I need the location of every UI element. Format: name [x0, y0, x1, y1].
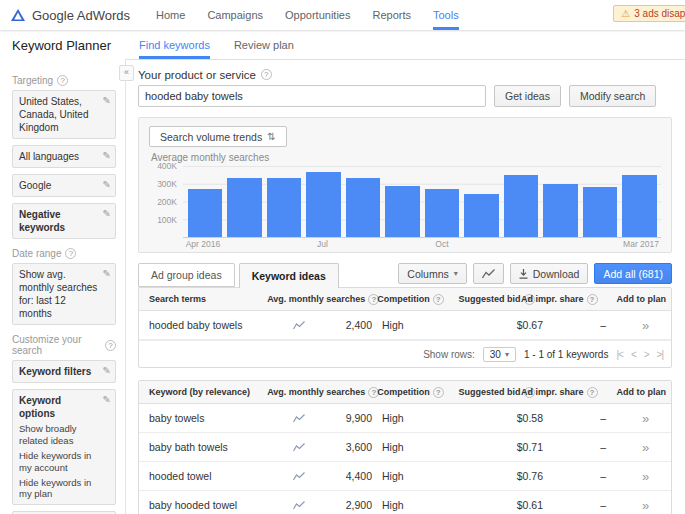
- add-to-plan-button[interactable]: »: [620, 440, 671, 455]
- line-chart-icon[interactable]: [293, 321, 305, 330]
- add-all-button[interactable]: Add all (681): [594, 263, 672, 284]
- add-to-plan-button[interactable]: »: [620, 469, 671, 484]
- page-title: Keyword Planner: [0, 30, 125, 60]
- suggested-bid-cell: $0.61: [453, 499, 548, 511]
- product-service-label-row: Your product or service ?: [138, 68, 672, 81]
- edit-pencil-icon[interactable]: ✎: [103, 94, 111, 107]
- first-page-button[interactable]: |<: [616, 349, 622, 360]
- chart-area: 400K300K200K100K: [149, 166, 661, 238]
- help-icon[interactable]: ?: [65, 248, 76, 259]
- sidebar: Targeting ? United States, Canada, Unite…: [0, 60, 125, 514]
- negative-keywords-box[interactable]: Negative keywords ✎: [12, 203, 116, 239]
- add-to-plan-button[interactable]: »: [620, 411, 671, 426]
- header-avg-searches: Avg. monthly searches ?: [262, 387, 372, 398]
- chart-bar[interactable]: [385, 186, 420, 237]
- header-add-to-plan: Add to plan: [612, 387, 672, 397]
- chart-bar[interactable]: [267, 178, 302, 237]
- search-volume-trends-button[interactable]: Search volume trends ⇅: [149, 126, 287, 147]
- sidebar-collapse-button[interactable]: «: [119, 65, 134, 81]
- chart-bar[interactable]: [188, 189, 223, 237]
- tab-ad-group-ideas[interactable]: Ad group ideas: [138, 263, 235, 287]
- line-chart-icon[interactable]: [293, 501, 305, 510]
- body: « Targeting ? United States, Canada, Uni…: [0, 60, 685, 514]
- help-icon[interactable]: ?: [261, 69, 272, 80]
- edit-pencil-icon[interactable]: ✎: [103, 267, 111, 280]
- modify-search-button[interactable]: Modify search: [569, 85, 656, 107]
- show-rows-value: 30: [490, 349, 501, 360]
- chart-bar[interactable]: [306, 172, 341, 237]
- tab-keyword-ideas[interactable]: Keyword ideas: [239, 263, 339, 288]
- get-ideas-button[interactable]: Get ideas: [494, 85, 561, 107]
- chart-bar[interactable]: [583, 187, 618, 237]
- header-competition: Competition ?: [372, 294, 448, 305]
- keyword-cell: baby towels: [139, 412, 267, 424]
- tab-review-plan[interactable]: Review plan: [234, 30, 294, 59]
- download-button[interactable]: Download: [510, 263, 589, 284]
- chart-bar[interactable]: [464, 194, 499, 237]
- help-icon[interactable]: ?: [587, 387, 598, 398]
- header-impr-label: Ad impr. share: [521, 387, 584, 397]
- header-avg-label: Avg. monthly searches: [267, 294, 365, 304]
- suggested-bid-cell: $0.58: [453, 412, 548, 424]
- help-icon[interactable]: ?: [105, 340, 116, 351]
- targeting-languages-box[interactable]: All languages ✎: [12, 145, 116, 168]
- ad-impr-share-cell: –: [548, 441, 620, 453]
- line-chart-icon[interactable]: [293, 443, 305, 452]
- header-search-terms: Search terms: [139, 294, 262, 304]
- tab-find-keywords[interactable]: Find keywords: [139, 30, 210, 59]
- line-chart-icon[interactable]: [293, 414, 305, 423]
- product-service-input[interactable]: [138, 85, 486, 107]
- header-bid-label: Suggested bid: [458, 294, 520, 304]
- table-row: hooded baby towels 2,400 High $0.67 – »: [139, 311, 671, 340]
- line-chart-icon[interactable]: [293, 472, 305, 481]
- chart-bar[interactable]: [622, 175, 657, 237]
- add-to-plan-button[interactable]: »: [620, 498, 671, 513]
- option-hide-in-plan: Hide keywords in my plan: [19, 477, 99, 501]
- nav-reports[interactable]: Reports: [372, 0, 411, 30]
- help-icon[interactable]: ?: [433, 294, 444, 305]
- avg-searches-cell: 9,900: [267, 412, 377, 424]
- chart-bar[interactable]: [543, 184, 578, 237]
- help-icon[interactable]: ?: [587, 294, 598, 305]
- last-page-button[interactable]: >|: [657, 349, 663, 360]
- targeting-network-box[interactable]: Google ✎: [12, 174, 116, 197]
- line-chart-icon: [482, 269, 495, 279]
- nav-home[interactable]: Home: [156, 0, 185, 30]
- show-rows-select[interactable]: 30 ▾: [483, 347, 516, 362]
- y-tick-label: 100K: [157, 215, 177, 225]
- prev-page-button[interactable]: <: [631, 349, 636, 360]
- competition-cell: High: [377, 441, 453, 453]
- edit-pencil-icon[interactable]: ✎: [103, 149, 111, 162]
- columns-button[interactable]: Columns ▾: [398, 263, 466, 284]
- keyword-options-box[interactable]: Keyword options ✎ Show broadly related i…: [12, 389, 116, 505]
- nav-opportunities[interactable]: Opportunities: [285, 0, 350, 30]
- planner-tabs: Find keywords Review plan: [125, 30, 685, 60]
- keyword-filters-box[interactable]: Keyword filters ✎: [12, 360, 116, 383]
- chart-bar[interactable]: [346, 178, 381, 237]
- chart-view-button[interactable]: [473, 263, 504, 284]
- nav-tools[interactable]: Tools: [433, 0, 459, 30]
- edit-pencil-icon[interactable]: ✎: [103, 364, 111, 377]
- edit-pencil-icon[interactable]: ✎: [103, 207, 111, 220]
- avg-searches-value: 3,600: [346, 441, 372, 453]
- keyword-cell: baby bath towels: [139, 441, 267, 453]
- chart-bar[interactable]: [504, 175, 539, 237]
- next-page-button[interactable]: >: [644, 349, 649, 360]
- nav-campaigns[interactable]: Campaigns: [207, 0, 263, 30]
- x-tick-label: Oct: [435, 239, 448, 249]
- targeting-locations-box[interactable]: United States, Canada, United Kingdom ✎: [12, 90, 116, 139]
- add-to-plan-button[interactable]: »: [620, 318, 671, 333]
- header-avg-searches: Avg. monthly searches ?: [262, 294, 372, 305]
- date-range-box[interactable]: Show avg. monthly searches for: last 12 …: [12, 263, 116, 325]
- chart-bar[interactable]: [425, 189, 460, 237]
- header-competition: Competition ?: [372, 387, 448, 398]
- ads-disapproved-warning[interactable]: ⚠ 3 ads disapp: [613, 5, 685, 22]
- pagination: Show rows: 30 ▾ 1 - 1 of 1 keywords |< <…: [139, 340, 671, 367]
- edit-pencil-icon[interactable]: ✎: [103, 393, 111, 406]
- edit-pencil-icon[interactable]: ✎: [103, 178, 111, 191]
- chart-bar[interactable]: [227, 178, 262, 237]
- date-range-value: Show avg. monthly searches for: last 12 …: [19, 269, 97, 319]
- help-icon[interactable]: ?: [57, 75, 68, 86]
- help-icon[interactable]: ?: [433, 387, 444, 398]
- header-ad-impr-share: Ad impr. share ?: [540, 387, 612, 398]
